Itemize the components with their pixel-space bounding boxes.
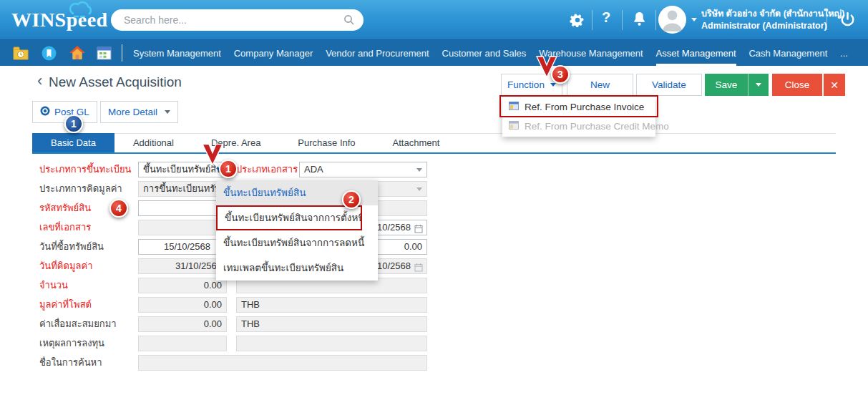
label-posted-value: มูลค่าที่โพสต์ (39, 297, 136, 313)
accum-currency-input: THB (236, 316, 427, 332)
function-dropdown-menu: Ref. From Purchase Invoice Ref. From Pur… (502, 97, 655, 137)
search-name-input (138, 355, 427, 371)
annotation-badge-3: 3 (551, 65, 570, 84)
valuation-type-value: การขึ้นทะเบียนทรัพ (143, 183, 221, 194)
user-role: Administrator (Administrator) (701, 20, 844, 32)
divider (826, 10, 827, 30)
investment-reason-input (138, 336, 227, 351)
currency-value: THB (241, 318, 260, 329)
purchase-date-value: 15/10/2568 (164, 241, 210, 252)
more-detail-button[interactable]: More Detail (100, 101, 178, 123)
tab-purchase-info[interactable]: Purchase Info (279, 133, 374, 152)
label-quantity: จำนวน (39, 278, 136, 293)
calendar-field-icon (414, 262, 423, 274)
bookmark-icon[interactable] (42, 46, 57, 64)
chevron-down-icon (550, 83, 556, 87)
posted-currency-input: THB (236, 297, 427, 313)
post-gl-icon (40, 106, 50, 118)
label-document-no: เลขที่เอกสาร (39, 220, 136, 235)
main-nav-bar: System Management Company Manager Vendor… (0, 40, 868, 66)
close-x-button[interactable]: ✕ (824, 74, 845, 96)
investment-reason-wide-input (236, 336, 427, 351)
dropdown-option-4[interactable]: เทมเพลตขึ้นทะเบียนทรัพย์สิน (216, 255, 378, 281)
label-accum-depreciation: ค่าเสื่อมสะสมยกมา (39, 316, 136, 332)
notifications-bell-icon[interactable] (633, 11, 646, 29)
valuation-date-input: 31/10/2568 (138, 258, 227, 274)
search-bar (111, 9, 364, 31)
label-investment-reason: เหตุผลการลงทุน (39, 336, 136, 351)
company-name: บริษัท ตัวอย่าง จำกัด (สำนักงานใหญ่) (701, 8, 844, 20)
save-dropdown-button[interactable] (748, 74, 768, 96)
menu-vendor-procurement[interactable]: Vendor and Procurement (326, 40, 429, 66)
help-icon[interactable]: ? (602, 9, 610, 26)
divider (122, 44, 122, 62)
label-search-name: ชื่อในการค้นหา (39, 355, 136, 371)
label-valuation-date: วันที่คิดมูลค่า (39, 258, 136, 274)
form-window-icon (509, 102, 519, 112)
home-icon[interactable] (69, 46, 85, 63)
top-header-bar: WINSpeed ? บริษัท ตัวอย่าง จำกัด (สำนักง… (0, 0, 868, 40)
new-label: New (590, 79, 610, 90)
validate-button[interactable]: Validate (636, 74, 702, 96)
combo-caret-icon (416, 168, 422, 172)
divider (622, 10, 623, 30)
power-logout-icon[interactable] (839, 11, 857, 31)
annotation-badge-2: 2 (342, 190, 361, 209)
annotation-badge-1: 1 (219, 160, 238, 178)
menu-item-label: Ref. From Purchase Invoice (525, 102, 644, 112)
back-chevron[interactable]: ‹ (37, 72, 42, 90)
tab-underline (32, 152, 836, 154)
cloud-icon (63, 1, 97, 25)
doc-type-combobox[interactable]: ADA (299, 162, 427, 177)
valuation-date-value: 31/10/2568 (175, 260, 222, 271)
calendar-icon[interactable] (97, 46, 112, 63)
menu-ref-from-purchase-credit-memo[interactable]: Ref. From Purchase Credit Memo (502, 117, 655, 136)
annotation-badge-post-gl: 1 (64, 114, 83, 133)
close-button[interactable]: Close (772, 74, 822, 96)
chevron-down-icon (756, 83, 761, 87)
combo-caret-icon (416, 187, 422, 191)
menu-asset-management[interactable]: Asset Management (656, 40, 736, 66)
divider (655, 10, 656, 30)
menu-more[interactable]: ... (840, 40, 848, 66)
doc-type-value: ADA (304, 164, 323, 175)
accum-depreciation-input: 0.00 (138, 316, 227, 332)
calendar-field-icon[interactable] (414, 223, 423, 235)
annotation-badge-4: 4 (109, 199, 128, 218)
menu-company-manager[interactable]: Company Manager (234, 40, 313, 66)
menu-system-management[interactable]: System Management (133, 40, 221, 66)
tab-basic-data[interactable]: Basic Data (32, 133, 114, 152)
new-button[interactable]: New (567, 74, 633, 96)
user-avatar[interactable] (658, 6, 686, 34)
label-valuation-type: ประเภทการคิดมูลค่า (39, 181, 136, 197)
quantity-input: 0.00 (138, 278, 227, 293)
tab-attachment[interactable]: Attachment (374, 133, 459, 152)
save-button[interactable]: Save (705, 74, 748, 96)
dropdown-option-3[interactable]: ขึ้นทะเบียนทรัพย์สินจากการลดหนี้ (216, 230, 378, 255)
tab-additional[interactable]: Additional (114, 133, 192, 152)
menu-item-label: Ref. From Purchase Credit Memo (525, 121, 669, 132)
dropdown-option-2[interactable]: ขึ้นทะเบียนทรัพย์สินจากการตั้งหนี้ (216, 205, 362, 230)
label-purchase-date: วันที่ซื้อทรัพย์สิน (39, 239, 136, 255)
form-window-icon (509, 121, 519, 132)
user-chevron-down-icon[interactable] (691, 18, 697, 21)
menu-ref-from-purchase-invoice[interactable]: Ref. From Purchase Invoice (502, 97, 655, 117)
settings-gear-icon[interactable] (570, 12, 585, 31)
quantity-value: 0.00 (204, 280, 222, 291)
asset-code-input[interactable] (138, 200, 227, 216)
label-doc-type: ประเภทเอกสาร (236, 162, 297, 177)
posted-value-input: 0.00 (138, 297, 227, 313)
validate-label: Validate (652, 79, 686, 90)
purchase-date-input[interactable]: 15/10/2568 (138, 239, 227, 255)
search-icon[interactable] (343, 14, 355, 29)
menu-customer-sales[interactable]: Customer and Sales (442, 40, 527, 66)
amount-value: 0.00 (404, 241, 422, 252)
user-info[interactable]: บริษัท ตัวอย่าง จำกัด (สำนักงานใหญ่) Adm… (701, 8, 844, 32)
search-input[interactable] (124, 11, 338, 29)
menu-cash-management[interactable]: Cash Management (748, 40, 827, 66)
recent-folder-icon[interactable] (13, 47, 29, 63)
document-no-input (138, 220, 227, 235)
page-title: New Asset Acquisition (49, 74, 182, 90)
currency-value: THB (241, 299, 260, 310)
more-detail-label: More Detail (108, 107, 157, 117)
